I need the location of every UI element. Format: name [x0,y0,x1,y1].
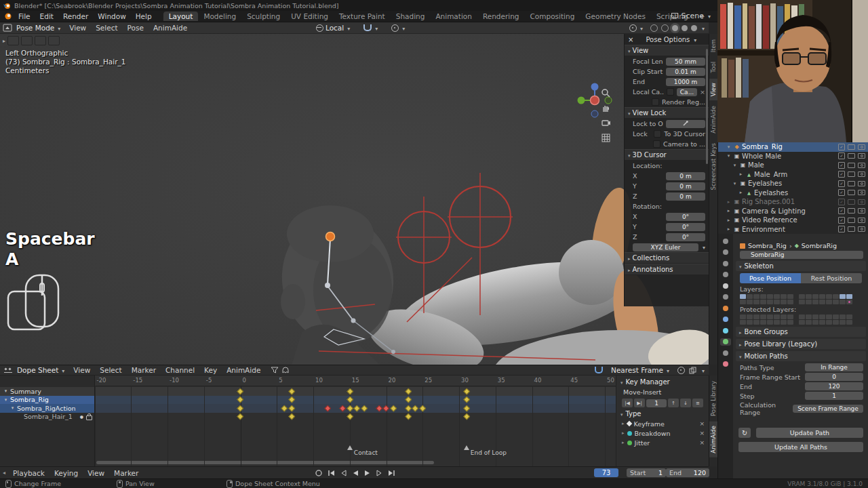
outliner-row-eyelashes[interactable]: ▾Eyelashes✓ [718,179,868,188]
outliner-row-male[interactable]: ▾Male✓ [718,161,868,170]
orthographic-grid-icon[interactable] [601,133,611,143]
3d-viewport[interactable]: ▸ Left Orthographic (73) Sombra_Rig : So… [0,34,709,365]
channel-sombra-rigaction[interactable]: ▾Sombra_RigAction [0,404,94,413]
keyframe-grid[interactable]: ContactEnd of Loop [95,386,616,466]
play-button[interactable] [362,468,372,477]
properties-tab-modifiers[interactable] [720,316,731,323]
layer-toggle[interactable] [812,320,818,325]
section-view[interactable]: View [625,45,709,56]
jump-to-start-button[interactable] [326,468,336,477]
properties-tab-data[interactable] [720,338,731,346]
key-type-jitter[interactable]: ▸Jitter× [616,438,709,447]
camera-visibility-icon[interactable] [858,163,865,168]
expand-arrow-icon[interactable]: ▸ [726,226,732,232]
playback-menu-playback[interactable]: Playback [8,468,50,478]
menu-help[interactable]: Help [131,12,157,21]
screen-visibility-icon[interactable] [848,153,855,159]
keying-dot-icon[interactable]: ● [80,414,83,419]
mode-dropdown[interactable]: Pose Mode [12,24,64,32]
remove-icon[interactable]: × [699,420,705,427]
screen-visibility-icon[interactable] [848,181,855,186]
workspace-tab-sculpting[interactable]: Sculpting [241,12,285,21]
collapse-arrow-icon[interactable]: ◂ [3,470,5,476]
chevron-down-icon[interactable] [701,24,705,33]
channel-sombra-rig[interactable]: ▾Sombra_Rig [0,396,94,405]
layer-toggle[interactable] [787,300,793,304]
camera-visibility-icon[interactable] [858,208,865,214]
clip-start-field[interactable]: 0.01 m [666,68,705,76]
layer-toggle[interactable] [819,294,825,299]
xray-toggle[interactable] [650,24,658,32]
calculation-range-dropdown[interactable]: Scene Frame Range [793,405,863,413]
clear-icon[interactable]: × [700,88,705,96]
screen-visibility-icon[interactable] [848,144,855,150]
dopesheet-menu-key[interactable]: Key [199,365,222,375]
layer-toggle[interactable] [806,320,812,325]
screen-visibility-icon[interactable] [848,226,855,232]
menu-window[interactable]: Window [93,12,130,21]
layer-toggle[interactable] [747,320,753,325]
layer-toggle[interactable] [767,314,773,319]
layer-toggle[interactable] [740,314,746,319]
pose-options-dropdown[interactable]: Pose Options [646,36,690,43]
gizmo-y-axis[interactable] [578,97,585,104]
tool-button-3[interactable] [35,36,46,45]
exclude-checkbox-icon[interactable]: ✓ [838,152,845,159]
shading-rendered-button[interactable] [691,25,697,31]
layer-toggle[interactable] [760,314,766,319]
snap-magnet-icon[interactable] [595,367,603,373]
outliner-row-rig-shapes-001[interactable]: ▸Rig Shapes.001✓ [718,197,868,207]
update-path-button[interactable]: Update Path [756,428,863,438]
exclude-checkbox-icon[interactable]: ✓ [838,217,845,224]
layer-toggle[interactable] [840,314,846,319]
scene-selector[interactable]: Scene [671,12,711,20]
layer-toggle[interactable] [740,320,746,325]
expand-arrow-icon[interactable]: ▸ [726,199,732,205]
playback-menu-keying[interactable]: Keying [50,468,83,478]
frame-end-field[interactable]: End120 [666,468,709,477]
frame-range-end-field[interactable]: 120 [805,382,863,390]
layer-toggle[interactable] [767,294,773,299]
properties-tab-view-layer[interactable] [720,271,731,279]
camera-visibility-icon[interactable] [858,181,865,186]
section-3d-cursor[interactable]: 3D Cursor [625,149,709,161]
jump-right-button[interactable]: ▶| [634,399,645,407]
tool-drawer-arrow-icon[interactable]: ▸ [3,38,5,44]
close-icon[interactable]: × [628,36,633,43]
layer-toggle[interactable] [833,300,839,304]
lock-object-field[interactable] [666,120,705,128]
sidebar-tab-tool[interactable]: Tool [709,58,717,77]
refresh-icon[interactable]: ↻ [738,428,751,438]
keyframe[interactable] [237,413,243,420]
outliner-row-sombra-rig[interactable]: ▾Sombra_Rig✓ [718,142,868,152]
jump-left-button[interactable]: |◀ [622,399,633,407]
layer-toggle[interactable] [747,314,753,319]
expand-arrow-icon[interactable]: ▾ [9,405,16,411]
gizmo-toggle[interactable] [625,24,647,32]
layer-toggle[interactable] [747,300,753,304]
layer-toggle[interactable] [812,314,818,319]
layer-toggle[interactable] [781,300,787,304]
layer-toggle[interactable] [826,314,832,319]
dopesheet-key-area[interactable]: -20-15-10-505101520253035404550 ContactE… [95,375,616,466]
layer-toggle[interactable] [781,314,787,319]
layer-toggle[interactable] [840,294,846,299]
shading-wireframe-button[interactable] [661,24,669,32]
expand-arrow-icon[interactable]: ▾ [3,388,9,394]
layer-toggle[interactable] [753,320,760,325]
camera-visibility-icon[interactable] [858,144,865,150]
layer-toggle[interactable] [767,320,773,325]
expand-arrow-icon[interactable]: ▸ [622,440,625,445]
workspace-tab-rendering[interactable]: Rendering [477,12,525,21]
layer-toggle[interactable] [753,294,760,299]
layer-toggle[interactable] [806,300,812,304]
expand-arrow-icon[interactable]: ▸ [622,430,625,436]
previous-keyframe-button[interactable] [338,468,348,477]
sidebar-tab-item[interactable]: Item [709,35,717,56]
breadcrumb-data[interactable]: SombraRig [802,242,837,249]
menu-icon[interactable]: ≡ [692,399,703,407]
camera-visibility-icon[interactable] [858,190,865,195]
section-view-lock[interactable]: View Lock [625,107,709,119]
screen-visibility-icon[interactable] [848,163,855,168]
layer-toggle[interactable] [833,294,839,299]
